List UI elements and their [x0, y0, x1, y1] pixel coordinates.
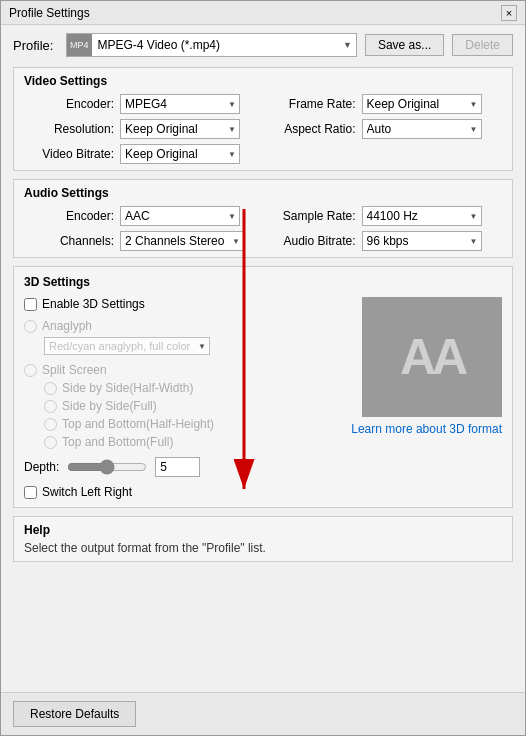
preview-text: AA	[400, 328, 464, 386]
anaglyph-dropdown-row: Red/cyan anaglyph, full color	[44, 337, 341, 355]
profile-dropdown[interactable]: MP4 MPEG-4 Video (*.mp4) ▼	[66, 33, 357, 57]
channels-label: Channels:	[24, 234, 114, 248]
audio-encoder-select[interactable]: AAC	[120, 206, 240, 226]
close-button[interactable]: ×	[501, 5, 517, 21]
anaglyph-select-wrapper: Red/cyan anaglyph, full color	[44, 337, 210, 355]
video-bitrate-row: Video Bitrate: Keep Original	[24, 144, 261, 164]
audio-settings-title: Audio Settings	[24, 186, 502, 200]
audio-bitrate-select-wrapper: 96 kbps	[362, 231, 482, 251]
resolution-select[interactable]: Keep Original	[120, 119, 240, 139]
top-bottom-full-row: Top and Bottom(Full)	[44, 435, 341, 449]
audio-settings-grid: Encoder: AAC Sample Rate: 44100 Hz	[24, 206, 502, 251]
top-bottom-half-label: Top and Bottom(Half-Height)	[62, 417, 214, 431]
depth-spinbox[interactable]	[155, 457, 200, 477]
frame-rate-select[interactable]: Keep Original	[362, 94, 482, 114]
preview-column: AA Learn more about 3D format	[351, 297, 502, 499]
side-by-side-half-label: Side by Side(Half-Width)	[62, 381, 193, 395]
sample-rate-row: Sample Rate: 44100 Hz	[266, 206, 503, 226]
delete-button[interactable]: Delete	[452, 34, 513, 56]
side-by-side-half-radio[interactable]	[44, 382, 57, 395]
video-settings-title: Video Settings	[24, 74, 502, 88]
switch-left-right-label[interactable]: Switch Left Right	[42, 485, 132, 499]
audio-bitrate-row: Audio Bitrate: 96 kbps	[266, 231, 503, 251]
side-by-side-full-row: Side by Side(Full)	[44, 399, 341, 413]
video-bitrate-label: Video Bitrate:	[24, 147, 114, 161]
aspect-ratio-select[interactable]: Auto	[362, 119, 482, 139]
frame-rate-select-wrapper: Keep Original	[362, 94, 482, 114]
aspect-ratio-row: Aspect Ratio: Auto	[266, 119, 503, 139]
anaglyph-radio[interactable]	[24, 320, 37, 333]
save-as-button[interactable]: Save as...	[365, 34, 444, 56]
content-wrapper: Profile: MP4 MPEG-4 Video (*.mp4) ▼ Save…	[13, 33, 513, 562]
top-bottom-full-label: Top and Bottom(Full)	[62, 435, 173, 449]
window-title: Profile Settings	[9, 6, 90, 20]
profile-row: Profile: MP4 MPEG-4 Video (*.mp4) ▼ Save…	[13, 33, 513, 57]
dropdown-arrow-icon: ▼	[339, 40, 356, 50]
help-section: Help Select the output format from the "…	[13, 516, 513, 562]
profile-settings-window: Profile Settings × Profile: MP4 MPEG-4 V…	[0, 0, 526, 736]
split-screen-option-row: Split Screen	[24, 363, 341, 377]
audio-bitrate-select[interactable]: 96 kbps	[362, 231, 482, 251]
channels-row: Channels: 2 Channels Stereo	[24, 231, 261, 251]
three-d-content: Enable 3D Settings Anaglyph Red/cyan an	[24, 297, 502, 499]
main-content: Profile: MP4 MPEG-4 Video (*.mp4) ▼ Save…	[1, 25, 525, 692]
depth-label: Depth:	[24, 460, 59, 474]
video-settings-grid: Encoder: MPEG4 Frame Rate: Keep Original	[24, 94, 502, 164]
bottom-bar: Restore Defaults	[1, 692, 525, 735]
learn-more-link[interactable]: Learn more about 3D format	[351, 422, 502, 436]
side-by-side-full-label: Side by Side(Full)	[62, 399, 157, 413]
video-bitrate-select-wrapper: Keep Original	[120, 144, 240, 164]
side-by-side-full-radio[interactable]	[44, 400, 57, 413]
encoder-row: Encoder: MPEG4	[24, 94, 261, 114]
audio-bitrate-label: Audio Bitrate:	[266, 234, 356, 248]
channels-select-wrapper: 2 Channels Stereo	[120, 231, 244, 251]
audio-settings-section: Audio Settings Encoder: AAC Sample Rate:	[13, 179, 513, 258]
top-bottom-full-radio[interactable]	[44, 436, 57, 449]
channels-select[interactable]: 2 Channels Stereo	[120, 231, 244, 251]
help-title: Help	[24, 523, 502, 537]
side-by-side-half-row: Side by Side(Half-Width)	[44, 381, 341, 395]
enable-3d-checkbox[interactable]	[24, 298, 37, 311]
frame-rate-row: Frame Rate: Keep Original	[266, 94, 503, 114]
sample-rate-select-wrapper: 44100 Hz	[362, 206, 482, 226]
frame-rate-label: Frame Rate:	[266, 97, 356, 111]
switch-left-right-checkbox[interactable]	[24, 486, 37, 499]
aspect-ratio-select-wrapper: Auto	[362, 119, 482, 139]
audio-encoder-label: Encoder:	[24, 209, 114, 223]
anaglyph-option-row: Anaglyph	[24, 319, 341, 333]
split-screen-section: Split Screen Side by Side(Half-Width) Si…	[24, 363, 341, 449]
video-bitrate-select[interactable]: Keep Original	[120, 144, 240, 164]
split-screen-options: Side by Side(Half-Width) Side by Side(Fu…	[44, 381, 341, 449]
help-text: Select the output format from the "Profi…	[24, 541, 502, 555]
resolution-select-wrapper: Keep Original	[120, 119, 240, 139]
depth-row: Depth:	[24, 457, 341, 477]
enable-3d-label[interactable]: Enable 3D Settings	[42, 297, 145, 311]
three-d-section: 3D Settings Enable 3D Settings Anaglyph	[13, 266, 513, 508]
resolution-label: Resolution:	[24, 122, 114, 136]
anaglyph-label: Anaglyph	[42, 319, 92, 333]
sample-rate-label: Sample Rate:	[266, 209, 356, 223]
video-settings-section: Video Settings Encoder: MPEG4 Frame Rate…	[13, 67, 513, 171]
mp4-icon: MP4	[67, 34, 92, 56]
split-screen-label: Split Screen	[42, 363, 107, 377]
top-bottom-half-row: Top and Bottom(Half-Height)	[44, 417, 341, 431]
three-d-options: Enable 3D Settings Anaglyph Red/cyan an	[24, 297, 341, 499]
split-screen-radio[interactable]	[24, 364, 37, 377]
title-bar: Profile Settings ×	[1, 1, 525, 25]
encoder-select[interactable]: MPEG4	[120, 94, 240, 114]
profile-label: Profile:	[13, 38, 58, 53]
sample-rate-select[interactable]: 44100 Hz	[362, 206, 482, 226]
resolution-row: Resolution: Keep Original	[24, 119, 261, 139]
anaglyph-select[interactable]: Red/cyan anaglyph, full color	[44, 337, 210, 355]
three-d-title: 3D Settings	[24, 275, 502, 289]
switch-left-right-row: Switch Left Right	[24, 485, 341, 499]
top-bottom-half-radio[interactable]	[44, 418, 57, 431]
preview-box: AA	[362, 297, 502, 417]
depth-slider[interactable]	[67, 459, 147, 475]
audio-encoder-select-wrapper: AAC	[120, 206, 240, 226]
anaglyph-section: Anaglyph Red/cyan anaglyph, full color	[24, 319, 341, 355]
encoder-select-wrapper: MPEG4	[120, 94, 240, 114]
restore-defaults-button[interactable]: Restore Defaults	[13, 701, 136, 727]
audio-encoder-row: Encoder: AAC	[24, 206, 261, 226]
aspect-ratio-label: Aspect Ratio:	[266, 122, 356, 136]
